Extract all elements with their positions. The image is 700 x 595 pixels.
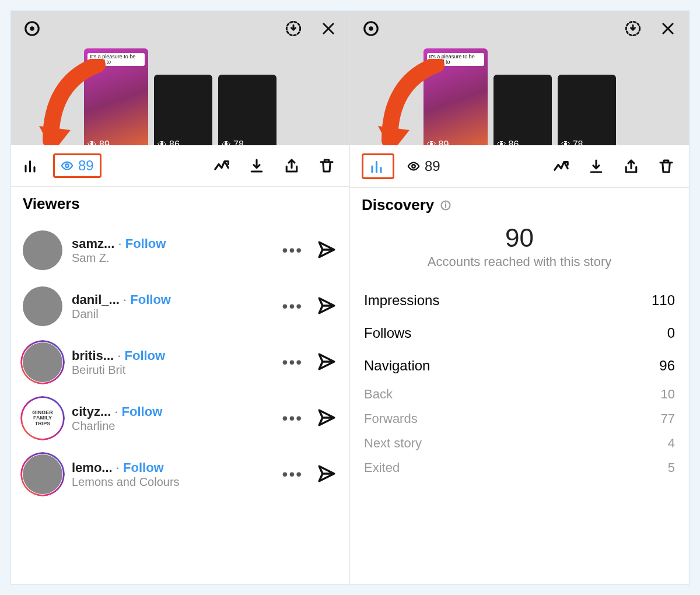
tab-insights-highlighted[interactable]: [362, 153, 394, 179]
info-icon[interactable]: [440, 200, 452, 211]
story-thumbnails: It's a pleasure to be invited to 👁89 👁86…: [350, 46, 689, 145]
stat-row: Follows0: [362, 317, 677, 349]
viewer-displayname: Sam Z.: [72, 251, 268, 265]
close-icon[interactable]: [656, 17, 680, 40]
close-icon[interactable]: [317, 17, 340, 40]
stat-value: 4: [668, 436, 675, 451]
share-icon[interactable]: [281, 155, 303, 177]
share-icon[interactable]: [620, 155, 642, 177]
avatar[interactable]: [23, 454, 62, 494]
viewer-displayname: Danil: [72, 307, 268, 321]
story-views-count: 78: [233, 139, 244, 145]
story-caption: It's a pleasure to be invited to: [427, 53, 484, 66]
story-views-count: 86: [509, 139, 519, 145]
send-icon[interactable]: [317, 296, 338, 317]
settings-icon[interactable]: [359, 17, 383, 40]
stat-subrow: Forwards77: [362, 407, 677, 431]
download-icon[interactable]: [621, 17, 645, 40]
more-icon[interactable]: •••: [278, 241, 307, 260]
save-icon[interactable]: [246, 155, 268, 177]
story-thumbnail[interactable]: It's a pleasure to be invited to 👁89: [424, 48, 488, 145]
follow-link[interactable]: Follow: [125, 348, 166, 363]
delete-icon[interactable]: [316, 155, 338, 177]
stat-subrow: Next story4: [362, 431, 677, 456]
story-thumbnail[interactable]: 👁86: [494, 75, 552, 145]
more-icon[interactable]: •••: [278, 465, 307, 484]
delete-icon[interactable]: [655, 155, 677, 177]
more-icon[interactable]: •••: [278, 353, 307, 372]
follow-link[interactable]: Follow: [130, 292, 171, 307]
tabs-row: 89: [11, 145, 349, 187]
avatar[interactable]: [23, 286, 62, 326]
follow-link[interactable]: Follow: [125, 236, 166, 251]
follow-link[interactable]: Follow: [123, 460, 164, 475]
viewer-row[interactable]: lemo... · Follow Lemons and Colours •••: [23, 446, 338, 502]
tab-insights[interactable]: [23, 157, 40, 174]
reached-value: 90: [362, 223, 677, 253]
stat-label: Follows: [364, 325, 411, 341]
stat-row: Navigation96: [362, 349, 677, 382]
eye-icon: 👁: [222, 139, 231, 145]
story-thumbnail[interactable]: It's a pleasure to be invited to 👁89: [84, 48, 148, 145]
viewers-title: Viewers: [23, 195, 338, 213]
story-views-count: 78: [573, 139, 583, 145]
settings-icon[interactable]: [20, 17, 44, 40]
viewer-displayname: Beiruti Brit: [72, 363, 268, 377]
tab-views[interactable]: 89: [407, 158, 440, 174]
avatar[interactable]: [23, 342, 62, 382]
download-icon[interactable]: [282, 17, 305, 40]
promote-icon[interactable]: [550, 155, 572, 177]
avatar[interactable]: [23, 230, 62, 270]
send-icon[interactable]: [317, 240, 338, 261]
story-thumbnail[interactable]: 👁78: [558, 75, 616, 145]
viewer-row[interactable]: danil_... · Follow Danil •••: [23, 278, 338, 334]
viewer-username: britis... · Follow: [72, 348, 268, 363]
stat-label: Navigation: [364, 358, 430, 374]
story-views-count: 89: [99, 139, 110, 145]
story-views-count: 89: [439, 139, 449, 145]
avatar[interactable]: GINGER FAMILY TRIPS: [23, 398, 62, 438]
viewer-username: samz... · Follow: [72, 236, 268, 251]
more-icon[interactable]: •••: [278, 297, 307, 316]
follow-link[interactable]: Follow: [122, 404, 163, 419]
svg-point-7: [412, 164, 415, 168]
svg-point-1: [30, 26, 34, 31]
stat-value: 77: [661, 411, 675, 426]
promote-icon[interactable]: [211, 155, 233, 177]
stat-subrow: Back10: [362, 382, 677, 407]
viewer-row[interactable]: britis... · Follow Beiruti Brit •••: [23, 334, 338, 390]
tab-views-highlighted[interactable]: 89: [53, 153, 102, 178]
send-icon[interactable]: [317, 408, 338, 429]
eye-icon: 👁: [561, 139, 570, 145]
eye-icon: 👁: [158, 139, 167, 145]
stat-subrow: Exited5: [362, 456, 677, 480]
views-count: 89: [425, 158, 440, 174]
send-icon[interactable]: [317, 464, 338, 485]
story-thumbnail[interactable]: 👁86: [154, 75, 212, 145]
eye-icon: 👁: [88, 139, 97, 145]
tabs-row: 89: [350, 145, 689, 188]
viewer-row[interactable]: GINGER FAMILY TRIPS cityz... · Follow Ch…: [23, 390, 338, 446]
viewer-username: danil_... · Follow: [72, 292, 268, 307]
story-thumbnail[interactable]: 👁78: [218, 75, 276, 145]
discovery-content: Discovery 90 Accounts reached with this …: [350, 188, 689, 584]
story-caption: It's a pleasure to be invited to: [88, 53, 145, 66]
stat-value: 10: [661, 387, 675, 402]
send-icon[interactable]: [317, 352, 338, 373]
stat-label: Forwards: [364, 411, 418, 426]
stat-label: Back: [364, 387, 393, 402]
stat-value: 96: [659, 358, 675, 374]
panel-insights: It's a pleasure to be invited to 👁89 👁86…: [350, 11, 689, 584]
stat-label: Next story: [364, 436, 422, 451]
viewer-displayname: Charline: [72, 419, 268, 433]
comparison-frame: It's a pleasure to be invited to 👁89 👁86…: [10, 10, 690, 584]
viewer-row[interactable]: samz... · Follow Sam Z. •••: [23, 222, 338, 278]
story-views-count: 86: [169, 139, 180, 145]
panel-viewers: It's a pleasure to be invited to 👁89 👁86…: [11, 11, 350, 584]
stat-row: Impressions110: [362, 284, 677, 317]
viewer-username: cityz... · Follow: [72, 404, 268, 419]
story-thumbnails: It's a pleasure to be invited to 👁89 👁86…: [11, 46, 349, 145]
save-icon[interactable]: [585, 155, 607, 177]
more-icon[interactable]: •••: [278, 409, 307, 428]
stat-label: Impressions: [364, 292, 439, 309]
